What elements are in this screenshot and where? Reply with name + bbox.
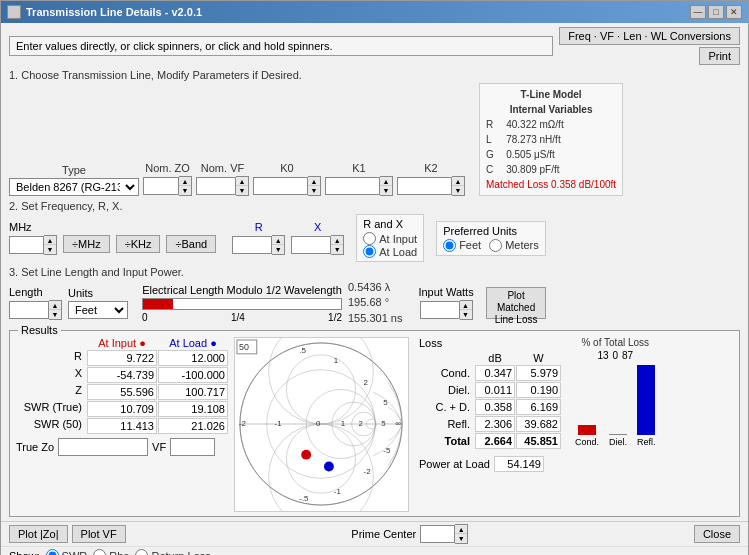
x-up[interactable]: ▲ xyxy=(331,236,343,245)
total-w: 45.851 xyxy=(516,433,561,449)
length-input[interactable]: 100 xyxy=(9,301,49,319)
diel-label: Diel. xyxy=(419,384,474,396)
div-khz-button[interactable]: ÷KHz xyxy=(116,235,161,253)
swr-radio[interactable] xyxy=(46,549,59,555)
r-up[interactable]: ▲ xyxy=(272,236,284,245)
k2-down[interactable]: ▼ xyxy=(452,186,464,195)
swr-true-input-value: 10.709 xyxy=(87,401,157,417)
meters-radio[interactable] xyxy=(489,239,502,252)
x-down[interactable]: ▼ xyxy=(331,245,343,254)
at-input-radio-label[interactable]: At Input xyxy=(363,232,417,245)
at-load-radio-label[interactable]: At Load xyxy=(363,245,417,258)
at-input-radio[interactable] xyxy=(363,232,376,245)
plot-matched-line-loss-button[interactable]: PlotMatchedLine Loss xyxy=(486,287,547,319)
feet-radio[interactable] xyxy=(443,239,456,252)
k1-up[interactable]: ▲ xyxy=(380,177,392,186)
tline-l-value: 78.273 nH/ft xyxy=(506,132,616,147)
diel-bar xyxy=(609,434,627,435)
units-select[interactable]: Feet xyxy=(68,301,128,319)
svg-point-9 xyxy=(286,355,355,424)
r-down[interactable]: ▼ xyxy=(272,245,284,254)
div-mhz-button[interactable]: ÷MHz xyxy=(63,235,110,253)
nom-zo-input[interactable]: 50 xyxy=(143,177,179,195)
bottom-bar: Plot |Zo| Plot VF Prime Center 50 ▲ ▼ Cl… xyxy=(1,521,748,546)
feet-radio-label[interactable]: Feet xyxy=(443,239,481,252)
total-db: 2.664 xyxy=(475,433,515,449)
div-band-button[interactable]: ÷Band xyxy=(166,235,216,253)
at-load-radio[interactable] xyxy=(363,245,376,258)
lambda-values: 0.5436 λ 195.68 ° 155.301 ns xyxy=(348,280,402,326)
r-input-value: 9.722 xyxy=(87,350,157,366)
return-loss-radio[interactable] xyxy=(135,549,148,555)
mhz-input[interactable]: 3.5 xyxy=(9,236,44,254)
nom-zo-up[interactable]: ▲ xyxy=(179,177,191,186)
x-input[interactable]: -100 xyxy=(291,236,331,254)
cd-label: C. + D. xyxy=(419,401,474,413)
plot-zo-button[interactable]: Plot |Zo| xyxy=(9,525,68,543)
nom-vf-input[interactable]: 0.66 xyxy=(196,177,236,195)
r-input[interactable]: 12 xyxy=(232,236,272,254)
section1-label: 1. Choose Transmission Line, Modify Para… xyxy=(9,69,740,81)
smith-at-load-dot xyxy=(324,462,334,472)
at-input-header: At Input ● xyxy=(87,337,157,349)
k0-down[interactable]: ▼ xyxy=(308,186,320,195)
input-watts-down[interactable]: ▼ xyxy=(460,310,472,319)
svg-text:-1: -1 xyxy=(275,419,282,428)
return-loss-radio-label[interactable]: Return Loss xyxy=(135,549,210,555)
rho-radio-label[interactable]: Rho xyxy=(93,549,129,555)
prime-center-input[interactable]: 50 xyxy=(420,525,455,543)
cond-bar xyxy=(578,425,596,435)
true-zo-value[interactable]: 50.408 -j0.572 xyxy=(58,438,148,456)
nom-vf-up[interactable]: ▲ xyxy=(236,177,248,186)
mhz-down[interactable]: ▼ xyxy=(44,245,56,254)
input-watts-input[interactable]: 100 xyxy=(420,301,460,319)
x-input-value: -54.739 xyxy=(87,367,157,383)
x-row-label: X xyxy=(16,367,86,383)
k1-input[interactable]: 0.154587 xyxy=(325,177,380,195)
freq-vf-button[interactable]: Freq · VF · Len · WL Conversions xyxy=(559,27,740,45)
nom-vf-down[interactable]: ▼ xyxy=(236,186,248,195)
type-label: Type xyxy=(9,164,139,176)
refl-bar-label: Refl. xyxy=(637,437,656,447)
r-x-label: R and X xyxy=(363,218,417,230)
smith-zo-label: 50 xyxy=(239,342,249,352)
type-select[interactable]: Belden 8267 (RG-213/U) xyxy=(9,178,139,196)
svg-text:-1: -1 xyxy=(334,487,341,496)
smith-chart: -2 -1 0 1 2 5 ∞ 50 .5 1 2 5 xyxy=(234,337,409,512)
pct-diel-num: 0 xyxy=(613,350,619,361)
pct-cond-num: 13 xyxy=(597,350,608,361)
nom-zo-down[interactable]: ▼ xyxy=(179,186,191,195)
mhz-up[interactable]: ▲ xyxy=(44,236,56,245)
k0-up[interactable]: ▲ xyxy=(308,177,320,186)
k0-input[interactable]: 0.256179 xyxy=(253,177,308,195)
nom-vf-label: Nom. VF xyxy=(196,162,249,174)
minimize-button[interactable]: — xyxy=(690,5,706,19)
power-at-load-value: 54.149 xyxy=(494,456,544,472)
input-watts-up[interactable]: ▲ xyxy=(460,301,472,310)
k1-down[interactable]: ▼ xyxy=(380,186,392,195)
rho-radio[interactable] xyxy=(93,549,106,555)
tline-c-value: 30.809 pF/ft xyxy=(506,162,616,177)
swr-radio-label[interactable]: SWR xyxy=(46,549,88,555)
power-at-load-label: Power at Load xyxy=(419,458,490,470)
cond-label: Cond. xyxy=(419,367,474,379)
z-row-label: Z xyxy=(16,384,86,400)
prime-center-down[interactable]: ▼ xyxy=(455,534,467,543)
length-down[interactable]: ▼ xyxy=(49,310,61,319)
k2-up[interactable]: ▲ xyxy=(452,177,464,186)
length-up[interactable]: ▲ xyxy=(49,301,61,310)
cond-db: 0.347 xyxy=(475,365,515,381)
close-button[interactable]: ✕ xyxy=(726,5,742,19)
mhz-label: MHz xyxy=(9,221,57,233)
vf-value[interactable]: 0.6547 xyxy=(170,438,215,456)
k2-input[interactable]: 0.003135 xyxy=(397,177,452,195)
plot-vf-button[interactable]: Plot VF xyxy=(72,525,126,543)
r-row-label: R xyxy=(16,350,86,366)
svg-text:-.5: -.5 xyxy=(299,494,309,503)
close-button[interactable]: Close xyxy=(694,525,740,543)
meters-radio-label[interactable]: Meters xyxy=(489,239,539,252)
prime-center-up[interactable]: ▲ xyxy=(455,525,467,534)
print-button[interactable]: Print xyxy=(699,47,740,65)
cond-bar-label: Cond. xyxy=(575,437,599,447)
maximize-button[interactable]: □ xyxy=(708,5,724,19)
